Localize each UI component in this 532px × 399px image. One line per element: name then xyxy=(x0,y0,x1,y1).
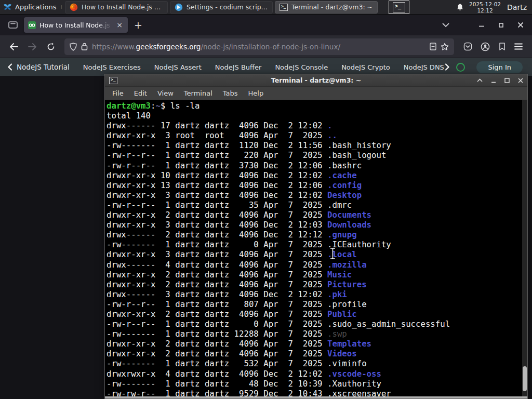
terminal-line: -rw-r--r-- 1 dartz dartz 807 Apr 7 2025 … xyxy=(107,299,527,309)
file-name: .viminfo xyxy=(327,358,367,368)
terminal-title: Terminal - dartz@vm3: ~ xyxy=(105,76,527,84)
forward-button[interactable] xyxy=(24,38,41,55)
browser-tab-active[interactable]: How to Install Node.js on × xyxy=(24,17,128,33)
nav-item[interactable]: NodeJS Crypto xyxy=(341,63,390,71)
terminal-menu-tabs[interactable]: Tabs xyxy=(219,88,242,98)
directory-name: Templates xyxy=(327,339,371,349)
search-icon[interactable] xyxy=(456,63,465,72)
directory-name: .vscode-oss xyxy=(327,369,381,379)
terminal-menu-edit[interactable]: Edit xyxy=(130,88,151,98)
nav-item[interactable]: NodeJS Assert xyxy=(154,63,202,71)
terminal-line: drwxr-xr-x 10 dartz dartz 4096 Dec 2 12:… xyxy=(107,170,527,180)
window-minimize-icon[interactable] xyxy=(478,22,485,28)
sign-in-button[interactable]: Sign In xyxy=(476,61,523,73)
terminal-line: drwxr-xr-x 2 dartz dartz 4096 Apr 7 2025… xyxy=(107,339,527,349)
terminal-line: drwx------ 2 dartz dartz 4096 Dec 2 12:1… xyxy=(107,230,527,240)
terminal-line: drwxrwxr-x 4 dartz dartz 4096 Dec 2 12:0… xyxy=(107,369,527,379)
minimize-window-icon[interactable] xyxy=(491,78,496,83)
directory-name: .mozilla xyxy=(327,260,367,270)
mouse-ibeam-cursor xyxy=(330,248,336,259)
file-name: .bashrc xyxy=(327,161,362,170)
terminal-line: drwxr-xr-x 2 dartz dartz 4096 Apr 7 2025… xyxy=(107,309,527,319)
terminal-line: -rw------- 1 dartz dartz 532 Apr 7 2025 … xyxy=(107,358,527,368)
tab-close-icon[interactable]: × xyxy=(115,21,124,29)
terminal-menu-file[interactable]: File xyxy=(108,88,128,98)
file-name: .profile xyxy=(327,299,367,309)
browser-toolbar: https://www.geeksforgeeks.org/node-js/in… xyxy=(0,35,532,58)
reload-button[interactable] xyxy=(43,38,59,55)
notification-bell-icon[interactable] xyxy=(456,3,464,11)
lock-icon[interactable] xyxy=(81,43,88,50)
terminal-line: drwxr-xr-x 2 dartz dartz 4096 Apr 7 2025… xyxy=(107,280,527,289)
terminal-menubar: FileEditViewTerminalTabsHelp xyxy=(105,86,527,100)
nav-item[interactable]: NodeJS DNS xyxy=(404,63,444,71)
directory-name: . xyxy=(327,121,332,130)
tracking-shield-icon[interactable] xyxy=(70,43,77,51)
panel-clock[interactable]: 2025-12-02 12:12 xyxy=(469,1,501,14)
menu-hamburger-icon[interactable] xyxy=(514,43,523,50)
pocket-icon[interactable] xyxy=(463,42,472,51)
account-icon[interactable] xyxy=(481,42,490,51)
terminal-line: -rw-r--r-- 1 dartz dartz 35 Apr 7 2025 .… xyxy=(107,200,527,210)
directory-name: .pki xyxy=(327,289,347,299)
taskbar-button-terminal[interactable]: >_ Terminal - dartz@vm3: ~ xyxy=(275,1,378,14)
terminal-icon: >_ xyxy=(280,4,288,11)
window-maximize-icon[interactable] xyxy=(498,22,504,28)
directory-name: Desktop xyxy=(327,190,362,200)
terminal-window: >_ Terminal - dartz@vm3: ~ FileEditViewT… xyxy=(104,74,528,399)
tab-title: How to Install Node.js on xyxy=(39,21,112,29)
taskbar-button-firefox[interactable]: How to Install Node.js o... xyxy=(65,1,168,14)
browser-tab-bar: How to Install Node.js on × + xyxy=(0,15,532,35)
directory-name: Documents xyxy=(327,210,371,220)
nav-scroll-left-icon[interactable] xyxy=(7,63,12,71)
terminal-scrollbar-thumb[interactable] xyxy=(523,366,527,391)
address-bar[interactable]: https://www.geeksforgeeks.org/node-js/in… xyxy=(64,38,454,55)
nav-item[interactable]: NodeJS Buffer xyxy=(215,63,262,71)
window-close-icon[interactable] xyxy=(517,22,524,28)
new-tab-button[interactable]: + xyxy=(128,19,149,31)
nav-item-tutorial[interactable]: NodeJS Tutorial xyxy=(17,63,70,71)
terminal-line: -rw-r--r-- 1 dartz dartz 3730 Dec 2 12:0… xyxy=(107,161,527,170)
reader-view-icon[interactable] xyxy=(430,43,436,50)
directory-name: Downloads xyxy=(327,220,371,230)
terminal-line: -rw------- 1 dartz dartz 48 Dec 2 10:39 … xyxy=(107,379,527,389)
file-name: .bash_history xyxy=(327,140,391,150)
list-all-tabs-icon[interactable] xyxy=(442,23,449,28)
terminal-line: drwxr-xr-x 3 root root 4096 Apr 7 2025 .… xyxy=(107,130,527,140)
back-button[interactable] xyxy=(5,38,22,55)
terminal-total-line: total 140 xyxy=(107,111,527,121)
applications-menu-button[interactable]: Applications xyxy=(0,0,60,14)
top-panel: Applications ⁞ How to Install Node.js o.… xyxy=(0,0,532,15)
terminal-titlebar[interactable]: >_ Terminal - dartz@vm3: ~ xyxy=(105,74,527,86)
user-menu[interactable]: Dartz xyxy=(507,3,527,11)
terminal-line: drwx------ 17 dartz dartz 4096 Dec 2 12:… xyxy=(107,121,527,130)
terminal-line: drwxr-xr-x 13 dartz dartz 4096 Dec 2 12:… xyxy=(107,180,527,190)
close-window-icon[interactable] xyxy=(518,78,523,83)
terminal-line: drwxr-xr-x 2 dartz dartz 4096 Apr 7 2025… xyxy=(107,210,527,220)
clock-date: 2025-12-02 xyxy=(469,1,501,7)
terminal-menu-view[interactable]: View xyxy=(153,88,178,98)
terminal-line: drwx------ 4 dartz dartz 4096 Apr 7 2025… xyxy=(107,260,527,270)
terminal-line: -rw------- 1 dartz dartz 0 Apr 7 2025 .I… xyxy=(107,240,527,249)
panel-handle: ⁞ xyxy=(60,4,64,10)
maximize-window-icon[interactable] xyxy=(504,78,510,83)
taskbar-button-vscodium[interactable]: Settings - codium script... xyxy=(170,1,273,14)
nav-scroll-right-icon[interactable] xyxy=(445,63,450,71)
tray-terminal-icon[interactable]: >_ xyxy=(389,1,409,14)
taskbar-button-label: Settings - codium script... xyxy=(187,3,268,11)
terminal-scrollbar[interactable] xyxy=(522,100,527,396)
directory-name: .gnupg xyxy=(327,230,357,240)
terminal-resize-edge[interactable] xyxy=(105,396,527,398)
terminal-output[interactable]: dartz@vm3:~$ ls -la total 140 drwx------… xyxy=(105,100,527,396)
bookmark-star-icon[interactable] xyxy=(441,43,449,50)
extensions-icon[interactable] xyxy=(498,42,506,51)
terminal-menu-help[interactable]: Help xyxy=(244,88,268,98)
firefox-view-icon[interactable] xyxy=(5,18,21,32)
nav-item[interactable]: NodeJS Console xyxy=(275,63,328,71)
directory-name: .config xyxy=(327,180,362,190)
terminal-menu-terminal[interactable]: Terminal xyxy=(180,88,217,98)
xfce-logo-icon xyxy=(3,3,12,11)
directory-name: Public xyxy=(327,309,357,319)
shade-window-icon[interactable] xyxy=(477,78,483,82)
nav-item[interactable]: NodeJS Exercises xyxy=(83,63,141,71)
